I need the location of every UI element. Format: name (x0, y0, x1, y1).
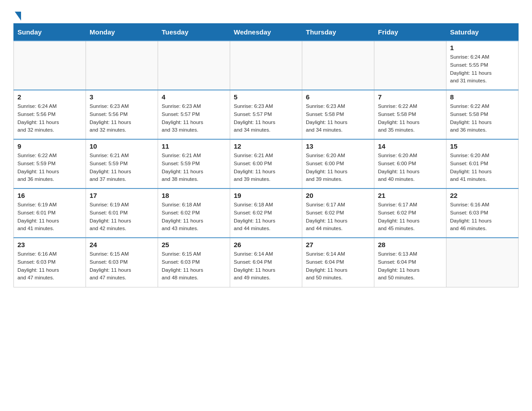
weekday-header-saturday: Saturday (446, 24, 519, 41)
calendar-cell (302, 41, 374, 90)
calendar-cell: 8Sunrise: 6:22 AMSunset: 5:58 PMDaylight… (446, 90, 519, 139)
weekday-header-monday: Monday (86, 24, 158, 41)
day-info: Sunrise: 6:14 AMSunset: 6:04 PMDaylight:… (306, 250, 370, 282)
day-number: 1 (450, 44, 515, 51)
day-info: Sunrise: 6:13 AMSunset: 6:04 PMDaylight:… (378, 250, 442, 282)
day-number: 27 (306, 241, 370, 248)
day-info: Sunrise: 6:23 AMSunset: 5:57 PMDaylight:… (234, 103, 298, 134)
day-info: Sunrise: 6:23 AMSunset: 5:56 PMDaylight:… (90, 103, 154, 134)
calendar-cell: 24Sunrise: 6:15 AMSunset: 6:03 PMDayligh… (86, 238, 158, 287)
day-info: Sunrise: 6:22 AMSunset: 5:59 PMDaylight:… (17, 152, 82, 184)
logo (13, 9, 21, 19)
calendar-week-row: 2Sunrise: 6:24 AMSunset: 5:56 PMDaylight… (14, 90, 519, 139)
weekday-header-friday: Friday (374, 24, 446, 41)
calendar-cell: 11Sunrise: 6:21 AMSunset: 5:59 PMDayligh… (158, 139, 230, 188)
calendar-cell: 5Sunrise: 6:23 AMSunset: 5:57 PMDaylight… (230, 90, 302, 139)
day-info: Sunrise: 6:17 AMSunset: 6:02 PMDaylight:… (306, 201, 370, 233)
calendar-cell: 21Sunrise: 6:17 AMSunset: 6:02 PMDayligh… (374, 188, 446, 238)
calendar-cell (446, 238, 519, 287)
day-number: 6 (306, 93, 370, 101)
day-info: Sunrise: 6:15 AMSunset: 6:03 PMDaylight:… (90, 250, 154, 282)
day-info: Sunrise: 6:20 AMSunset: 6:01 PMDaylight:… (450, 152, 515, 184)
day-number: 7 (378, 93, 442, 101)
day-number: 2 (17, 93, 82, 101)
day-number: 26 (234, 241, 298, 248)
day-info: Sunrise: 6:23 AMSunset: 5:58 PMDaylight:… (306, 103, 370, 134)
day-number: 28 (378, 241, 442, 248)
day-number: 3 (90, 93, 154, 101)
day-info: Sunrise: 6:22 AMSunset: 5:58 PMDaylight:… (450, 103, 515, 134)
calendar-cell: 26Sunrise: 6:14 AMSunset: 6:04 PMDayligh… (230, 238, 302, 287)
day-number: 22 (450, 192, 515, 199)
calendar-cell: 19Sunrise: 6:18 AMSunset: 6:02 PMDayligh… (230, 188, 302, 238)
day-number: 25 (162, 241, 226, 248)
calendar-cell: 13Sunrise: 6:20 AMSunset: 6:00 PMDayligh… (302, 139, 374, 188)
day-number: 18 (162, 192, 226, 199)
calendar-cell: 4Sunrise: 6:23 AMSunset: 5:57 PMDaylight… (158, 90, 230, 139)
calendar-cell (374, 41, 446, 90)
day-info: Sunrise: 6:15 AMSunset: 6:03 PMDaylight:… (162, 250, 226, 282)
calendar-cell (230, 41, 302, 90)
day-info: Sunrise: 6:24 AMSunset: 5:56 PMDaylight:… (17, 103, 82, 134)
calendar-cell: 20Sunrise: 6:17 AMSunset: 6:02 PMDayligh… (302, 188, 374, 238)
calendar-cell: 1Sunrise: 6:24 AMSunset: 5:55 PMDaylight… (446, 41, 519, 90)
day-info: Sunrise: 6:17 AMSunset: 6:02 PMDaylight:… (378, 201, 442, 233)
day-info: Sunrise: 6:16 AMSunset: 6:03 PMDaylight:… (450, 201, 515, 233)
day-number: 24 (90, 241, 154, 248)
calendar-cell: 18Sunrise: 6:18 AMSunset: 6:02 PMDayligh… (158, 188, 230, 238)
day-info: Sunrise: 6:21 AMSunset: 6:00 PMDaylight:… (234, 152, 298, 184)
calendar-week-row: 1Sunrise: 6:24 AMSunset: 5:55 PMDaylight… (14, 41, 519, 90)
calendar-cell (86, 41, 158, 90)
calendar-cell: 3Sunrise: 6:23 AMSunset: 5:56 PMDaylight… (86, 90, 158, 139)
calendar-cell: 16Sunrise: 6:19 AMSunset: 6:01 PMDayligh… (14, 188, 86, 238)
day-info: Sunrise: 6:14 AMSunset: 6:04 PMDaylight:… (234, 250, 298, 282)
day-number: 11 (162, 142, 226, 150)
calendar-week-row: 9Sunrise: 6:22 AMSunset: 5:59 PMDaylight… (14, 139, 519, 188)
day-number: 9 (17, 142, 82, 150)
calendar-cell (158, 41, 230, 90)
day-number: 15 (450, 142, 515, 150)
weekday-header-wednesday: Wednesday (230, 24, 302, 41)
day-number: 13 (306, 142, 370, 150)
day-info: Sunrise: 6:22 AMSunset: 5:58 PMDaylight:… (378, 103, 442, 134)
calendar-week-row: 16Sunrise: 6:19 AMSunset: 6:01 PMDayligh… (14, 188, 519, 238)
calendar-header-row: SundayMondayTuesdayWednesdayThursdayFrid… (14, 24, 519, 41)
day-number: 20 (306, 192, 370, 199)
calendar-week-row: 23Sunrise: 6:16 AMSunset: 6:03 PMDayligh… (14, 238, 519, 287)
calendar-cell: 6Sunrise: 6:23 AMSunset: 5:58 PMDaylight… (302, 90, 374, 139)
calendar-cell: 2Sunrise: 6:24 AMSunset: 5:56 PMDaylight… (14, 90, 86, 139)
day-number: 4 (162, 93, 226, 101)
day-number: 10 (90, 142, 154, 150)
page-header (13, 9, 519, 19)
day-info: Sunrise: 6:18 AMSunset: 6:02 PMDaylight:… (234, 201, 298, 233)
calendar-cell: 17Sunrise: 6:19 AMSunset: 6:01 PMDayligh… (86, 188, 158, 238)
day-info: Sunrise: 6:20 AMSunset: 6:00 PMDaylight:… (378, 152, 442, 184)
day-info: Sunrise: 6:21 AMSunset: 5:59 PMDaylight:… (90, 152, 154, 184)
day-info: Sunrise: 6:19 AMSunset: 6:01 PMDaylight:… (17, 201, 82, 233)
day-number: 8 (450, 93, 515, 101)
day-number: 21 (378, 192, 442, 199)
calendar-cell: 9Sunrise: 6:22 AMSunset: 5:59 PMDaylight… (14, 139, 86, 188)
day-info: Sunrise: 6:16 AMSunset: 6:03 PMDaylight:… (17, 250, 82, 282)
day-info: Sunrise: 6:18 AMSunset: 6:02 PMDaylight:… (162, 201, 226, 233)
calendar-cell: 7Sunrise: 6:22 AMSunset: 5:58 PMDaylight… (374, 90, 446, 139)
calendar-cell: 12Sunrise: 6:21 AMSunset: 6:00 PMDayligh… (230, 139, 302, 188)
calendar-table: SundayMondayTuesdayWednesdayThursdayFrid… (13, 23, 519, 287)
weekday-header-sunday: Sunday (14, 24, 86, 41)
day-number: 17 (90, 192, 154, 199)
day-info: Sunrise: 6:20 AMSunset: 6:00 PMDaylight:… (306, 152, 370, 184)
calendar-cell: 10Sunrise: 6:21 AMSunset: 5:59 PMDayligh… (86, 139, 158, 188)
calendar-cell: 22Sunrise: 6:16 AMSunset: 6:03 PMDayligh… (446, 188, 519, 238)
calendar-cell (14, 41, 86, 90)
day-info: Sunrise: 6:23 AMSunset: 5:57 PMDaylight:… (162, 103, 226, 134)
calendar-cell: 27Sunrise: 6:14 AMSunset: 6:04 PMDayligh… (302, 238, 374, 287)
day-number: 23 (17, 241, 82, 248)
day-info: Sunrise: 6:19 AMSunset: 6:01 PMDaylight:… (90, 201, 154, 233)
day-info: Sunrise: 6:21 AMSunset: 5:59 PMDaylight:… (162, 152, 226, 184)
calendar-cell: 15Sunrise: 6:20 AMSunset: 6:01 PMDayligh… (446, 139, 519, 188)
weekday-header-thursday: Thursday (302, 24, 374, 41)
day-number: 14 (378, 142, 442, 150)
calendar-cell: 23Sunrise: 6:16 AMSunset: 6:03 PMDayligh… (14, 238, 86, 287)
weekday-header-tuesday: Tuesday (158, 24, 230, 41)
day-info: Sunrise: 6:24 AMSunset: 5:55 PMDaylight:… (450, 53, 515, 85)
